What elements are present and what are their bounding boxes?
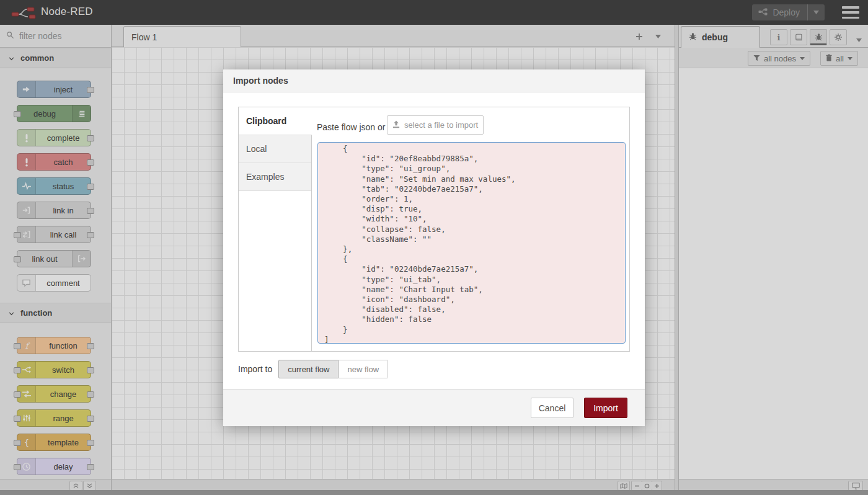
dialog-title: Import nodes (233, 76, 288, 86)
cancel-button[interactable]: Cancel (531, 398, 574, 418)
paste-json-label: Paste flow json or (317, 122, 386, 132)
import-button[interactable]: Import (584, 398, 627, 418)
import-source-tabs: Clipboard Local Examples (239, 107, 312, 351)
import-source-box: Clipboard Local Examples Paste flow json… (238, 107, 630, 352)
target-new-flow-button[interactable]: new flow (339, 360, 388, 378)
dialog-header: Import nodes (223, 69, 645, 92)
upload-icon (392, 120, 400, 130)
node-red-app: Node-RED Deploy (0, 0, 868, 495)
tab-examples[interactable]: Examples (239, 163, 311, 191)
flow-json-textarea[interactable]: { "id": "20ef8eabbd79885a", "type": "ui_… (317, 142, 626, 344)
import-to-label: Import to (238, 364, 272, 374)
tab-local[interactable]: Local (239, 135, 311, 163)
select-file-button[interactable]: select a file to import (387, 115, 484, 135)
import-target-row: Import to current flow new flow (238, 360, 388, 378)
target-current-flow-button[interactable]: current flow (278, 360, 339, 378)
dialog-footer: Cancel Import (223, 389, 645, 426)
flow-json-text: { "id": "20ef8eabbd79885a", "type": "ui_… (318, 143, 625, 344)
tab-clipboard[interactable]: Clipboard (239, 107, 312, 135)
import-nodes-dialog: Import nodes Clipboard Local Examples Pa… (223, 69, 645, 426)
